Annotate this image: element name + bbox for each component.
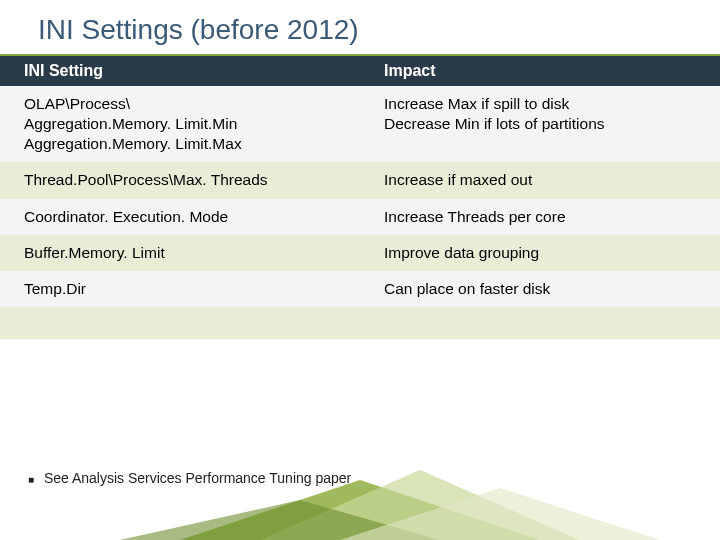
cell-setting: OLAP\Process\Aggregation.Memory. Limit.M… xyxy=(0,86,360,162)
settings-table: INI Setting Impact OLAP\Process\Aggregat… xyxy=(0,56,720,339)
cell-setting: Coordinator. Execution. Mode xyxy=(0,199,360,235)
table-row: Thread.Pool\Process\Max. Threads Increas… xyxy=(0,162,720,198)
cell-impact xyxy=(360,307,720,339)
slide-title: INI Settings (before 2012) xyxy=(0,0,720,52)
table-row: OLAP\Process\Aggregation.Memory. Limit.M… xyxy=(0,86,720,162)
footnote: ■ See Analysis Services Performance Tuni… xyxy=(22,470,351,486)
cell-impact: Increase Max if spill to diskDecrease Mi… xyxy=(360,86,720,162)
cell-impact: Increase Threads per core xyxy=(360,199,720,235)
col-header-setting: INI Setting xyxy=(0,56,360,86)
cell-setting: Temp.Dir xyxy=(0,271,360,307)
cell-impact: Increase if maxed out xyxy=(360,162,720,198)
cell-setting: Buffer.Memory. Limit xyxy=(0,235,360,271)
svg-marker-0 xyxy=(180,480,540,540)
cell-setting xyxy=(0,307,360,339)
svg-marker-2 xyxy=(120,500,440,540)
cell-setting: Thread.Pool\Process\Max. Threads xyxy=(0,162,360,198)
table-row xyxy=(0,307,720,339)
cell-impact: Can place on faster disk xyxy=(360,271,720,307)
col-header-impact: Impact xyxy=(360,56,720,86)
bullet-icon: ■ xyxy=(22,474,40,485)
cell-impact: Improve data grouping xyxy=(360,235,720,271)
table-row: Buffer.Memory. Limit Improve data groupi… xyxy=(0,235,720,271)
svg-marker-3 xyxy=(340,488,660,540)
table-row: Temp.Dir Can place on faster disk xyxy=(0,271,720,307)
table-row: Coordinator. Execution. Mode Increase Th… xyxy=(0,199,720,235)
footnote-text: See Analysis Services Performance Tuning… xyxy=(44,470,351,486)
